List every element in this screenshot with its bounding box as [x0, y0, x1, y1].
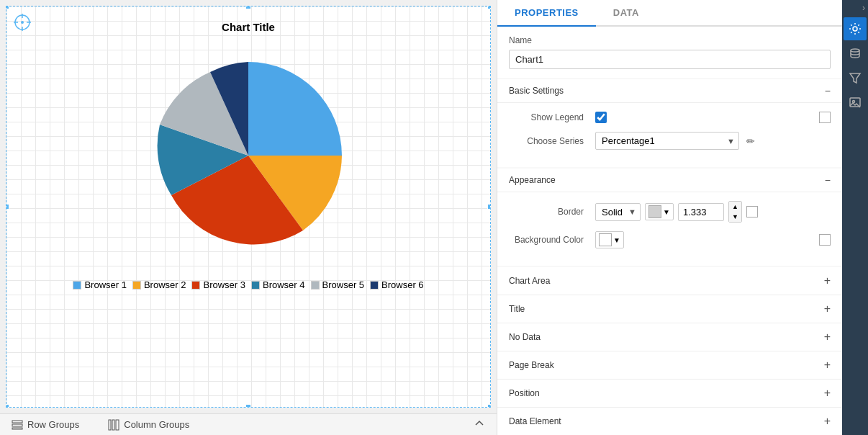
legend-item-2: Browser 2 — [132, 279, 186, 290]
expandable-chart-area[interactable]: Chart Area + — [497, 267, 842, 295]
column-groups-item: Column Groups — [108, 419, 189, 431]
resize-handle-left[interactable] — [6, 204, 9, 210]
bg-color-arrow: ▼ — [613, 236, 620, 244]
resize-handle-right[interactable] — [487, 204, 491, 210]
resize-handle-br[interactable] — [487, 404, 491, 408]
sidebar-icon-image[interactable] — [844, 91, 867, 114]
series-select[interactable]: Percentage1 — [595, 132, 739, 150]
basic-settings-area: Show Legend Choose Series Percentage1 ▼ — [497, 103, 842, 167]
choose-series-label: Choose Series — [509, 136, 595, 146]
right-panel: PROPERTIES DATA Name Basic Settings − Sh… — [497, 0, 842, 435]
expandable-position-label: Position — [509, 388, 540, 398]
sidebar-icons: › — [842, 0, 868, 435]
legend-label-5: Browser 5 — [322, 279, 365, 290]
expandable-title-label: Title — [509, 304, 525, 314]
resize-handle-tl[interactable] — [6, 6, 9, 9]
show-legend-checkbox[interactable] — [595, 112, 607, 123]
border-width-up[interactable]: ▲ — [729, 202, 741, 212]
border-color-arrow: ▼ — [663, 208, 670, 216]
svg-rect-10 — [112, 420, 114, 430]
expandable-no-data[interactable]: No Data + — [497, 323, 842, 351]
resize-handle-tr[interactable] — [487, 6, 491, 9]
legend-color-5 — [311, 281, 320, 290]
expandable-title[interactable]: Title + — [497, 295, 842, 323]
legend-color-1 — [73, 281, 81, 290]
expand-title-icon: + — [824, 302, 831, 315]
expandable-data-element-label: Data Element — [509, 416, 561, 426]
show-legend-label: Show Legend — [509, 112, 595, 122]
svg-marker-14 — [850, 73, 860, 83]
border-label: Border — [509, 207, 595, 217]
expandable-no-data-label: No Data — [509, 332, 541, 342]
chart-container: Chart Title — [35, 21, 461, 364]
expand-position-icon: + — [824, 387, 831, 400]
show-legend-row: Show Legend — [509, 112, 831, 123]
legend-color-3 — [191, 281, 200, 290]
svg-rect-8 — [12, 428, 22, 429]
sidebar-icon-filter[interactable] — [844, 66, 867, 89]
expandable-position[interactable]: Position + — [497, 380, 842, 408]
svg-rect-9 — [109, 420, 111, 430]
expandable-page-break[interactable]: Page Break + — [497, 351, 842, 380]
legend-color-6 — [370, 281, 379, 290]
canvas-area: Chart Title — [6, 6, 491, 408]
tab-properties[interactable]: PROPERTIES — [497, 0, 596, 27]
border-type-wrap: Solid ▼ — [595, 203, 641, 221]
legend-item-4: Browser 4 — [251, 279, 305, 290]
bg-color-checkbox — [819, 234, 831, 246]
column-groups-label: Column Groups — [124, 419, 189, 430]
resize-handle-top[interactable] — [245, 6, 251, 9]
name-input[interactable] — [509, 50, 831, 69]
series-select-wrap: Percentage1 ▼ — [595, 132, 739, 150]
legend-item-1: Browser 1 — [73, 279, 127, 290]
basic-settings-label: Basic Settings — [509, 86, 564, 96]
show-legend-checkbox-empty — [819, 112, 831, 123]
appearance-area: Border Solid ▼ ▼ — [497, 192, 842, 266]
chart-legend: Browser 1 Browser 2 Browser 3 Brows — [73, 279, 423, 290]
border-color-picker[interactable]: ▼ — [645, 203, 674, 220]
pie-chart — [133, 40, 363, 271]
legend-color-2 — [132, 281, 141, 290]
appearance-collapse[interactable]: − — [825, 174, 831, 186]
basic-settings-header[interactable]: Basic Settings − — [497, 79, 842, 103]
choose-series-control: Percentage1 ▼ ✏ — [595, 132, 831, 150]
crosshair-icon[interactable] — [12, 12, 32, 32]
expandable-page-break-label: Page Break — [509, 360, 554, 370]
appearance-header[interactable]: Appearance − — [497, 169, 842, 192]
legend-color-4 — [251, 281, 260, 290]
border-width-down[interactable]: ▼ — [729, 212, 741, 222]
name-field-group: Name — [497, 27, 842, 78]
expand-page-break-icon: + — [824, 359, 831, 372]
border-checkbox — [746, 206, 758, 218]
row-groups-item: Row Groups — [12, 419, 79, 431]
bg-color-picker[interactable]: ▼ — [595, 231, 624, 248]
svg-rect-11 — [116, 420, 119, 430]
tab-data[interactable]: DATA — [596, 0, 656, 25]
border-width-input[interactable] — [678, 203, 724, 221]
sidebar-expand-btn[interactable]: › — [842, 3, 868, 16]
bottom-bar: Row Groups Column Groups — [0, 413, 497, 435]
series-edit-button[interactable]: ✏ — [743, 134, 758, 148]
legend-item-6: Browser 6 — [370, 279, 424, 290]
show-legend-control — [595, 112, 831, 123]
background-color-control: ▼ — [595, 231, 831, 248]
basic-settings-collapse[interactable]: − — [825, 85, 831, 97]
name-label: Name — [509, 35, 831, 45]
row-groups-label: Row Groups — [27, 419, 79, 430]
column-groups-icon — [108, 419, 119, 431]
border-type-select[interactable]: Solid — [595, 203, 641, 221]
expandable-data-element[interactable]: Data Element + — [497, 408, 842, 435]
svg-point-13 — [851, 49, 859, 52]
appearance-label: Appearance — [509, 175, 556, 185]
collapse-icon[interactable] — [474, 418, 485, 429]
sidebar-icon-database[interactable] — [844, 42, 867, 65]
expand-chart-area-icon: + — [824, 274, 831, 287]
resize-handle-bl[interactable] — [6, 404, 9, 408]
svg-rect-6 — [12, 421, 22, 423]
resize-handle-bottom[interactable] — [245, 404, 251, 408]
legend-label-2: Browser 2 — [144, 279, 186, 290]
panel-tabs: PROPERTIES DATA — [497, 0, 842, 27]
panel-content: Name Basic Settings − Show Legend Choose… — [497, 27, 842, 435]
sidebar-icon-gear[interactable] — [844, 17, 867, 40]
chart-title: Chart Title — [222, 21, 275, 33]
